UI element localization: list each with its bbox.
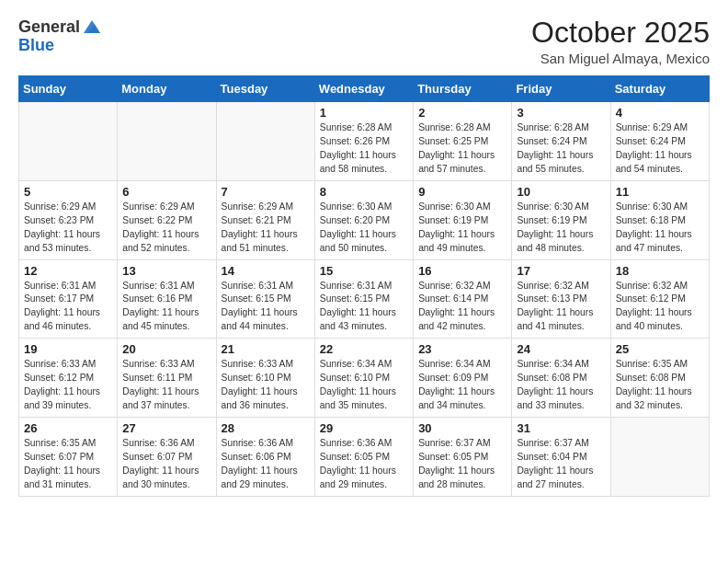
day-info: Sunrise: 6:33 AMSunset: 6:10 PMDaylight:… [222,358,310,413]
day-number: 15 [320,264,408,278]
day-info: Sunrise: 6:28 AMSunset: 6:24 PMDaylight:… [517,121,605,177]
day-info: Sunrise: 6:34 AMSunset: 6:08 PMDaylight:… [517,358,605,413]
day-number: 4 [616,106,704,120]
table-row: 17Sunrise: 6:32 AMSunset: 6:13 PMDayligh… [512,259,610,339]
day-number: 2 [418,106,506,120]
day-info: Sunrise: 6:30 AMSunset: 6:19 PMDaylight:… [418,201,506,256]
calendar-header-row: Sunday Monday Tuesday Wednesday Thursday… [19,76,710,102]
table-row [216,102,314,181]
day-number: 31 [517,421,605,435]
table-row: 19Sunrise: 6:33 AMSunset: 6:12 PMDayligh… [19,339,118,418]
header: General Blue October 2025 San Miguel Alm… [18,17,710,66]
day-info: Sunrise: 6:31 AMSunset: 6:15 PMDaylight:… [320,280,408,335]
table-row: 6Sunrise: 6:29 AMSunset: 6:22 PMDaylight… [118,180,216,259]
logo: General Blue [18,17,102,53]
table-row: 23Sunrise: 6:34 AMSunset: 6:09 PMDayligh… [414,339,512,418]
day-info: Sunrise: 6:36 AMSunset: 6:07 PMDaylight:… [122,437,210,492]
day-number: 20 [122,342,210,356]
day-info: Sunrise: 6:34 AMSunset: 6:09 PMDaylight:… [418,358,506,413]
calendar-week-5: 26Sunrise: 6:35 AMSunset: 6:07 PMDayligh… [19,417,710,496]
day-info: Sunrise: 6:30 AMSunset: 6:18 PMDaylight:… [616,201,704,256]
month-title: October 2025 [531,17,710,49]
day-number: 30 [418,421,506,435]
day-info: Sunrise: 6:29 AMSunset: 6:24 PMDaylight:… [616,121,704,177]
day-number: 25 [616,342,704,356]
day-number: 8 [320,185,408,199]
location-title: San Miguel Almaya, Mexico [531,51,710,66]
table-row: 1Sunrise: 6:28 AMSunset: 6:26 PMDaylight… [314,102,413,181]
table-row: 26Sunrise: 6:35 AMSunset: 6:07 PMDayligh… [19,417,118,496]
day-info: Sunrise: 6:32 AMSunset: 6:12 PMDaylight:… [616,280,704,335]
day-number: 10 [517,185,605,199]
day-info: Sunrise: 6:36 AMSunset: 6:06 PMDaylight:… [222,437,310,492]
day-number: 18 [616,264,704,278]
table-row: 10Sunrise: 6:30 AMSunset: 6:19 PMDayligh… [512,180,610,259]
day-info: Sunrise: 6:31 AMSunset: 6:15 PMDaylight:… [222,280,310,335]
table-row: 20Sunrise: 6:33 AMSunset: 6:11 PMDayligh… [118,339,216,418]
day-info: Sunrise: 6:32 AMSunset: 6:13 PMDaylight:… [517,280,605,335]
day-info: Sunrise: 6:33 AMSunset: 6:12 PMDaylight:… [24,358,112,413]
day-info: Sunrise: 6:37 AMSunset: 6:05 PMDaylight:… [418,437,506,492]
col-tuesday: Tuesday [216,76,314,102]
day-info: Sunrise: 6:29 AMSunset: 6:23 PMDaylight:… [24,201,112,256]
calendar-table: Sunday Monday Tuesday Wednesday Thursday… [18,75,710,496]
day-number: 5 [24,185,112,199]
day-number: 14 [222,264,310,278]
day-number: 7 [222,185,310,199]
calendar-body: 1Sunrise: 6:28 AMSunset: 6:26 PMDaylight… [19,102,710,496]
day-info: Sunrise: 6:32 AMSunset: 6:14 PMDaylight:… [418,280,506,335]
table-row: 31Sunrise: 6:37 AMSunset: 6:04 PMDayligh… [512,417,610,496]
table-row: 5Sunrise: 6:29 AMSunset: 6:23 PMDaylight… [19,180,118,259]
title-block: October 2025 San Miguel Almaya, Mexico [531,17,710,66]
table-row: 14Sunrise: 6:31 AMSunset: 6:15 PMDayligh… [216,259,314,339]
day-number: 6 [122,185,210,199]
col-sunday: Sunday [19,76,118,102]
day-info: Sunrise: 6:35 AMSunset: 6:08 PMDaylight:… [616,358,704,413]
day-number: 26 [24,421,112,435]
day-number: 27 [122,421,210,435]
day-info: Sunrise: 6:30 AMSunset: 6:20 PMDaylight:… [320,201,408,256]
day-info: Sunrise: 6:33 AMSunset: 6:11 PMDaylight:… [122,358,210,413]
day-number: 3 [517,106,605,120]
day-info: Sunrise: 6:35 AMSunset: 6:07 PMDaylight:… [24,437,112,492]
day-number: 13 [122,264,210,278]
day-info: Sunrise: 6:36 AMSunset: 6:05 PMDaylight:… [320,437,408,492]
table-row: 25Sunrise: 6:35 AMSunset: 6:08 PMDayligh… [610,339,709,418]
day-info: Sunrise: 6:31 AMSunset: 6:17 PMDaylight:… [24,280,112,335]
table-row [19,102,118,181]
day-info: Sunrise: 6:28 AMSunset: 6:25 PMDaylight:… [418,121,506,177]
table-row: 2Sunrise: 6:28 AMSunset: 6:25 PMDaylight… [414,102,512,181]
day-number: 1 [320,106,408,120]
day-number: 19 [24,342,112,356]
table-row: 9Sunrise: 6:30 AMSunset: 6:19 PMDaylight… [414,180,512,259]
day-number: 11 [616,185,704,199]
day-info: Sunrise: 6:31 AMSunset: 6:16 PMDaylight:… [122,280,210,335]
table-row: 7Sunrise: 6:29 AMSunset: 6:21 PMDaylight… [216,180,314,259]
day-number: 17 [517,264,605,278]
table-row: 22Sunrise: 6:34 AMSunset: 6:10 PMDayligh… [314,339,413,418]
day-info: Sunrise: 6:34 AMSunset: 6:10 PMDaylight:… [320,358,408,413]
table-row: 21Sunrise: 6:33 AMSunset: 6:10 PMDayligh… [216,339,314,418]
day-number: 16 [418,264,506,278]
day-number: 9 [418,185,506,199]
table-row: 24Sunrise: 6:34 AMSunset: 6:08 PMDayligh… [512,339,610,418]
calendar-week-4: 19Sunrise: 6:33 AMSunset: 6:12 PMDayligh… [19,339,710,418]
day-info: Sunrise: 6:29 AMSunset: 6:22 PMDaylight:… [122,201,210,256]
day-info: Sunrise: 6:37 AMSunset: 6:04 PMDaylight:… [517,437,605,492]
table-row: 11Sunrise: 6:30 AMSunset: 6:18 PMDayligh… [610,180,709,259]
col-saturday: Saturday [610,76,709,102]
table-row: 12Sunrise: 6:31 AMSunset: 6:17 PMDayligh… [19,259,118,339]
table-row: 8Sunrise: 6:30 AMSunset: 6:20 PMDaylight… [314,180,413,259]
day-number: 22 [320,342,408,356]
table-row: 29Sunrise: 6:36 AMSunset: 6:05 PMDayligh… [314,417,413,496]
day-number: 24 [517,342,605,356]
day-info: Sunrise: 6:29 AMSunset: 6:21 PMDaylight:… [222,201,310,256]
logo-blue: Blue [18,37,54,53]
day-number: 23 [418,342,506,356]
logo-icon [82,17,102,37]
table-row: 3Sunrise: 6:28 AMSunset: 6:24 PMDaylight… [512,102,610,181]
col-friday: Friday [512,76,610,102]
col-monday: Monday [118,76,216,102]
table-row: 4Sunrise: 6:29 AMSunset: 6:24 PMDaylight… [610,102,709,181]
table-row: 13Sunrise: 6:31 AMSunset: 6:16 PMDayligh… [118,259,216,339]
